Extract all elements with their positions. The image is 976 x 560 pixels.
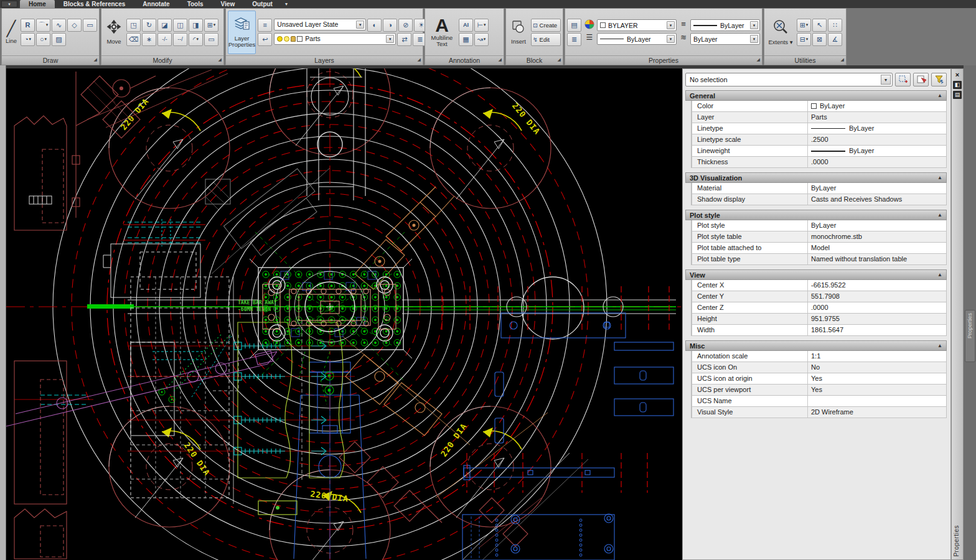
layer-match-button[interactable]: ↩ (258, 33, 272, 46)
property-row[interactable]: Plot styleByLayer (692, 220, 947, 231)
panel-title-utilities[interactable]: Utilities◢ (764, 55, 846, 65)
array-button[interactable]: ⊞▾ (204, 19, 218, 32)
mirror-button[interactable]: ◨ (189, 19, 203, 32)
tab-tools[interactable]: Tools (179, 0, 212, 8)
quick-select-button[interactable]: ∷ (828, 19, 842, 32)
property-value[interactable]: 951.9755 (808, 314, 946, 324)
property-value[interactable]: Casts and Receives Shadows (808, 194, 946, 205)
insert-button[interactable]: Insert (508, 11, 529, 54)
multileader-button[interactable]: ↝▾ (474, 33, 489, 46)
match-properties-button[interactable]: ▤ (567, 19, 581, 32)
toggle-pickadd-button[interactable] (895, 73, 911, 86)
palette-section-header[interactable]: Plot style▲ (685, 210, 947, 220)
property-value[interactable]: 2D Wireframe (808, 407, 946, 418)
panel-title-layers[interactable]: Layers◢ (226, 55, 423, 65)
quick-access-dropdown[interactable]: ▾ (1, 1, 17, 7)
explode-button[interactable]: ∗ (142, 33, 156, 46)
property-value[interactable]: 551.7908 (808, 291, 946, 302)
property-value[interactable]: 1861.5647 (808, 325, 946, 335)
layer-properties-button[interactable]: Layer Properties (228, 11, 256, 54)
erase-button[interactable]: ⌫ (126, 33, 141, 46)
fillet-button[interactable]: ◜▾ (189, 33, 203, 46)
property-value[interactable]: ByLayer (808, 183, 946, 194)
selection-type-combo[interactable]: No selection ▾ (685, 73, 893, 86)
line-button[interactable]: ╱ Line (4, 11, 19, 54)
layer-freeze-button[interactable]: ⊘ (398, 19, 413, 32)
property-value[interactable]: ByLayer (808, 123, 946, 134)
arc-button[interactable]: ⌒▾ (36, 19, 50, 32)
property-row[interactable]: Plot table attached toModel (692, 243, 947, 254)
property-value[interactable]: Yes (808, 385, 946, 395)
property-value[interactable]: No (808, 362, 946, 373)
idrop-button[interactable]: ↖ (812, 19, 827, 32)
property-value[interactable]: .0000 (808, 302, 946, 313)
table-button[interactable]: ▦ (459, 33, 473, 46)
property-value[interactable]: ByLayer (808, 146, 946, 156)
block-create-button[interactable]: ⊡ Create (531, 19, 561, 32)
panel-title-draw[interactable]: Draw◢ (2, 55, 99, 65)
property-row[interactable]: Thickness.0000 (692, 157, 947, 168)
copy-button[interactable]: ◫ (173, 19, 187, 32)
palette-menu-button[interactable]: ▤ (953, 91, 962, 99)
layer-unisolate-button[interactable]: ◑ (383, 19, 397, 32)
property-row[interactable]: Annotation scale1:1 (692, 351, 947, 362)
property-row[interactable]: ColorByLayer (692, 101, 947, 112)
drawing-canvas[interactable]: 220 DIA 220 DIA 220 DIA 220 DIA 220 DIA (6, 68, 682, 560)
layer-state-button[interactable]: ≡ (258, 19, 272, 32)
property-row[interactable]: Center Y551.7908 (692, 291, 947, 302)
tab-annotate[interactable]: Annotate (134, 0, 178, 8)
property-row[interactable]: MaterialByLayer (692, 183, 947, 194)
property-value[interactable]: -6615.9522 (808, 280, 946, 291)
palette-close-button[interactable]: × (953, 71, 962, 79)
quick-select-button[interactable] (931, 73, 947, 86)
palette-section-header[interactable]: General▲ (685, 90, 947, 101)
paste-button[interactable]: ⊞▾ (797, 19, 811, 32)
property-value[interactable]: ByLayer (808, 101, 946, 111)
hatch-button[interactable]: ▨ (52, 33, 66, 46)
property-row[interactable]: Center X-6615.9522 (692, 280, 947, 291)
tab-view[interactable]: View (212, 0, 244, 8)
break-at-point-button[interactable]: --/ (173, 33, 187, 46)
property-value[interactable]: Parts (808, 112, 946, 123)
property-row[interactable]: LinetypeByLayer (692, 123, 947, 134)
text-style-button[interactable]: AI (459, 19, 473, 32)
panel-title-properties[interactable]: Properties◢ (565, 55, 762, 65)
property-value[interactable]: 1:1 (808, 351, 946, 362)
property-value[interactable]: .0000 (808, 157, 946, 167)
zoom-window-button[interactable]: ▭ (204, 33, 218, 46)
property-row[interactable]: Linetype scale.2500 (692, 134, 947, 146)
palette-dock-tab[interactable]: Properties (965, 310, 975, 362)
circle-button[interactable]: ◔▾ (21, 33, 35, 46)
property-row[interactable]: Center Z.0000 (692, 302, 947, 314)
region-button[interactable]: R (21, 19, 35, 32)
palette-title-bar[interactable]: × ◧ ▤ Properties (951, 68, 964, 560)
panel-title-modify[interactable]: Modify◢ (101, 55, 223, 65)
plot-style-combo[interactable]: ByLayer ▾ (690, 33, 760, 45)
break-button[interactable]: -/- (157, 33, 172, 46)
list-button[interactable]: ≣ (567, 33, 581, 46)
property-row[interactable]: Visual Style2D Wireframe (692, 407, 947, 418)
layer-combo[interactable]: Parts ▾ (274, 33, 396, 45)
lineweight-combo[interactable]: ByLayer ▾ (690, 19, 760, 31)
layer-isolate-button[interactable]: ◐ (367, 19, 382, 32)
drawing-area-left-edge[interactable] (0, 65, 6, 560)
spline-button[interactable]: ∿ (52, 19, 66, 32)
panel-title-annotation[interactable]: Annotation◢ (425, 55, 504, 65)
property-row[interactable]: UCS icon OnNo (692, 362, 947, 373)
polygon-button[interactable]: ◇ (67, 19, 82, 32)
property-row[interactable]: Shadow displayCasts and Receives Shadows (692, 194, 947, 205)
tab-home[interactable]: Home (20, 0, 55, 8)
rectangle-button[interactable]: ▭ (83, 19, 97, 32)
select-objects-button[interactable] (913, 73, 929, 86)
block-edit-button[interactable]: ↯ Edit (531, 33, 561, 46)
palette-section-header[interactable]: 3D Visualization▲ (685, 172, 947, 183)
object-color-combo[interactable]: BYLAYER ▾ (597, 19, 677, 31)
property-row[interactable]: LineweightByLayer (692, 146, 947, 157)
property-row[interactable]: Plot style tablemonochrome.stb (692, 231, 947, 243)
property-row[interactable]: LayerParts (692, 112, 947, 123)
panel-title-block[interactable]: Block◢ (506, 55, 563, 65)
property-row[interactable]: UCS Name (692, 396, 947, 407)
linetype-combo[interactable]: ByLayer ▾ (597, 33, 677, 45)
multiline-text-button[interactable]: A Multiline Text (427, 11, 457, 54)
palette-autohide-button[interactable]: ◧ (953, 81, 962, 89)
